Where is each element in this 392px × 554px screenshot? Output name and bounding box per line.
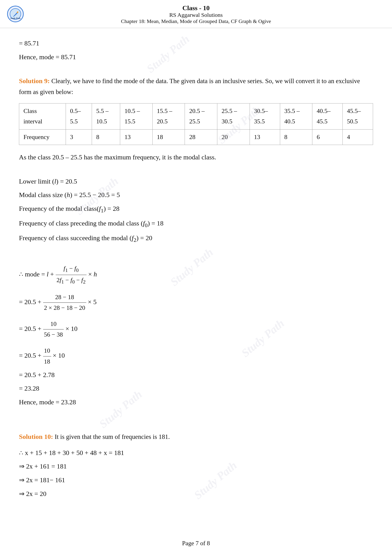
class-label: Class - 10 xyxy=(121,4,271,12)
logo-icon: Study Path xyxy=(9,8,21,20)
logo: Study Path xyxy=(7,6,24,22)
mode-step3: = 20.5 + 10 18 × 10 xyxy=(19,346,373,367)
table-cell-h6: 25.5 –30.5 xyxy=(217,104,250,129)
table-cell-f7: 13 xyxy=(250,129,280,145)
freq-f1-line: Frequency of the modal class(f1) = 28 xyxy=(19,203,373,215)
header-text-block: Class - 10 RS Aggarwal Solutions Chapter… xyxy=(121,4,271,24)
solution-10-block: Solution 10: It is given that the sum of… xyxy=(19,431,373,499)
table-cell-f2: 8 xyxy=(92,129,120,145)
step1-num: 28 − 18 xyxy=(43,292,86,303)
table-cell-h9: 40.5–45.5 xyxy=(312,104,343,129)
table-cell-h7: 30.5–35.5 xyxy=(250,104,280,129)
sol9-text: Clearly, we have to find the mode of the… xyxy=(19,77,360,96)
logo-circle: Study Path xyxy=(7,6,24,22)
step1-pre: = 20.5 + xyxy=(19,298,43,305)
table-cell-f3: 13 xyxy=(120,129,153,145)
step3-fraction: 10 18 xyxy=(43,346,51,367)
mode-step4: = 20.5 + 2.78 xyxy=(19,369,373,381)
step1-den: 2 × 28 − 18 − 20 xyxy=(43,303,86,313)
table-cell-h4: 15.5 –20.5 xyxy=(152,104,185,129)
step3-num: 10 xyxy=(43,346,51,356)
sol10-line3: ⇒ 2x = 181− 161 xyxy=(19,474,373,486)
step2-den: 56 − 38 xyxy=(43,329,64,340)
step2-pre: = 20.5 + xyxy=(19,325,43,332)
table-cell-h8: 35.5 –40.5 xyxy=(280,104,312,129)
svg-text:Study Path: Study Path xyxy=(10,17,21,19)
step2-num: 10 xyxy=(43,319,64,329)
sol10-line2: ⇒ 2x + 161 = 181 xyxy=(19,461,373,472)
sol10-text: It is given that the sum of frequencies … xyxy=(53,433,170,440)
formula-numerator: f1 − f0 xyxy=(56,263,87,275)
formula-times-h: × h xyxy=(88,270,97,278)
sol10-line1: ∴ x + 15 + 18 + 30 + 50 + 48 + x = 181 xyxy=(19,447,373,458)
step1-fraction: 28 − 18 2 × 28 − 18 − 20 xyxy=(43,292,86,313)
table-cell-class-interval: Classinterval xyxy=(19,104,66,129)
table-cell-f8: 8 xyxy=(280,129,312,145)
frequency-table: Classinterval 0.5–5.5 5.5 –10.5 10.5 –15… xyxy=(19,103,373,145)
modal-class-size-line: Modal class size (h) = 25.5 − 20.5 = 5 xyxy=(19,189,373,201)
freq-f0-line: Frequency of class preceding the modal c… xyxy=(19,218,373,230)
table-row-frequency: Frequency 3 8 13 18 28 20 13 8 6 4 xyxy=(19,129,373,145)
sol10-heading: Solution 10: xyxy=(19,433,53,440)
freq-f2-line: Frequency of class succeeding the modal … xyxy=(19,232,373,245)
mode-conclusion: Hence, mode = 23.28 xyxy=(19,396,373,408)
table-cell-h10: 45.5–50.5 xyxy=(343,104,373,129)
page-footer: Page 7 of 8 xyxy=(0,540,392,547)
page-number: Page 7 of 8 xyxy=(182,540,210,547)
page-header: Study Path Class - 10 RS Aggarwal Soluti… xyxy=(0,0,392,28)
table-cell-f6: 20 xyxy=(217,129,250,145)
table-row-header: Classinterval 0.5–5.5 5.5 –10.5 10.5 –15… xyxy=(19,104,373,129)
sol9-heading: Solution 9: xyxy=(19,77,50,84)
step3-pre: = 20.5 + xyxy=(19,352,43,359)
prev-solution-end: = 85.71 Hence, mode = 85.71 xyxy=(19,38,373,62)
mode-step1: = 20.5 + 28 − 18 2 × 28 − 18 − 20 × 5 xyxy=(19,292,373,313)
table-cell-h3: 10.5 –15.5 xyxy=(120,104,153,129)
main-content: = 85.71 Hence, mode = 85.71 Solution 9: … xyxy=(0,28,392,516)
table-cell-freq-label: Frequency xyxy=(19,129,66,145)
solution-9-block: Solution 9: Clearly, we have to find the… xyxy=(19,75,373,408)
lower-limit-line: Lower limit (l) = 20.5 xyxy=(19,176,373,187)
step2-fraction: 10 56 − 38 xyxy=(43,319,64,340)
table-cell-f5: 28 xyxy=(185,129,217,145)
sol9-paragraph: Solution 9: Clearly, we have to find the… xyxy=(19,75,373,97)
table-cell-f10: 4 xyxy=(343,129,373,145)
chapter-label: Chapter 18: Mean, Median, Mode of Groupe… xyxy=(121,18,271,24)
step3-den: 18 xyxy=(43,356,51,367)
mode-formula: ∴ mode = l + f1 − f0 2f1 − f0 − f2 × h xyxy=(19,263,373,286)
table-cell-f4: 18 xyxy=(152,129,185,145)
sol10-paragraph: Solution 10: It is given that the sum of… xyxy=(19,431,373,443)
line-hence-mode-8571: Hence, mode = 85.71 xyxy=(19,51,373,63)
line-8571a: = 85.71 xyxy=(19,38,373,49)
step2-end: × 10 xyxy=(65,325,77,332)
mode-step2: = 20.5 + 10 56 − 38 × 10 xyxy=(19,319,373,340)
sol10-line4: ⇒ 2x = 20 xyxy=(19,488,373,499)
table-cell-h2: 5.5 –10.5 xyxy=(92,104,120,129)
step1-end: × 5 xyxy=(88,298,97,305)
table-cell-h1: 0.5–5.5 xyxy=(66,104,92,129)
table-cell-f1: 3 xyxy=(66,129,92,145)
modal-class-statement: As the class 20.5 – 25.5 has the maximum… xyxy=(19,152,373,163)
mode-step5: = 23.28 xyxy=(19,383,373,394)
table-cell-h5: 20.5 –25.5 xyxy=(185,104,217,129)
solutions-label: RS Aggarwal Solutions xyxy=(121,12,271,18)
table-cell-f9: 6 xyxy=(312,129,343,145)
step3-end: × 10 xyxy=(53,352,65,359)
formula-denominator: 2f1 − f0 − f2 xyxy=(56,275,87,286)
mode-formula-fraction: f1 − f0 2f1 − f0 − f2 xyxy=(56,263,87,286)
therefore-symbol: ∴ mode = l + xyxy=(19,270,56,278)
